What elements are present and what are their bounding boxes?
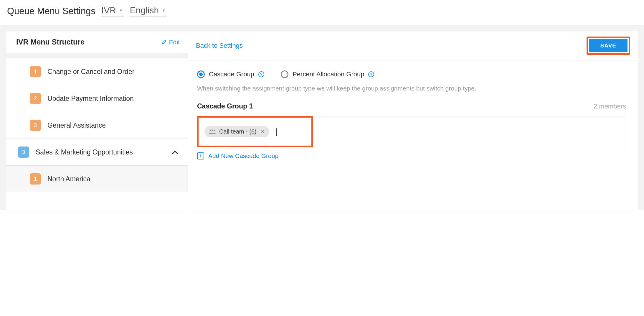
- num-badge: 2: [30, 93, 41, 104]
- menu-list: 1 Change or Cancel and Order 2 Update Pa…: [6, 58, 188, 192]
- menu-item-change-order[interactable]: 1 Change or Cancel and Order: [6, 58, 188, 85]
- chip-row: Call team - (6) ✕: [197, 116, 626, 147]
- language-dropdown-value: English: [130, 5, 159, 15]
- group-head: Cascade Group 1 2 members: [197, 102, 626, 110]
- right-body: Cascade Group ? Percent Allocation Group…: [188, 60, 638, 159]
- radio-icon: [197, 70, 205, 78]
- group-type-radio-row: Cascade Group ? Percent Allocation Group…: [197, 70, 626, 78]
- text-cursor: [276, 128, 277, 136]
- member-chip: Call team - (6) ✕: [204, 126, 269, 137]
- pencil-icon: [161, 40, 167, 45]
- menu-item-payment[interactable]: 2 Update Payment Information: [6, 85, 188, 112]
- group-members: 2 members: [594, 103, 626, 110]
- menu-item-north-america[interactable]: 1 North America: [6, 166, 188, 192]
- hint-text: When switching the assignment group type…: [197, 84, 626, 93]
- menu-item-label: Sales & Marketing Opportunities: [36, 148, 166, 156]
- top-bar: Queue Menu Settings IVR ▼ English ▼: [0, 0, 644, 25]
- ivr-dropdown[interactable]: IVR ▼: [101, 5, 124, 17]
- add-label: Add New Cascade Group: [208, 152, 278, 159]
- radio-percent-allocation[interactable]: Percent Allocation Group ?: [281, 70, 374, 78]
- radio-label: Cascade Group: [209, 70, 254, 78]
- group-title: Cascade Group 1: [197, 102, 253, 110]
- right-header: Back to Settings SAVE: [188, 31, 638, 60]
- chevron-down-icon: ▼: [119, 8, 123, 13]
- menu-item-label: Update Payment Information: [47, 95, 180, 103]
- menu-item-label: Change or Cancel and Order: [47, 68, 180, 76]
- num-badge: 1: [30, 173, 41, 185]
- page-title: Queue Menu Settings: [7, 6, 95, 17]
- help-icon[interactable]: ?: [368, 71, 374, 77]
- people-icon: [209, 129, 216, 135]
- chevron-up-icon: [172, 148, 180, 156]
- menu-item-label: North America: [47, 175, 180, 183]
- plus-icon: +: [197, 152, 204, 159]
- edit-label: Edit: [169, 39, 180, 46]
- back-link[interactable]: Back to Settings: [196, 42, 243, 50]
- language-dropdown[interactable]: English ▼: [129, 5, 167, 17]
- left-title: IVR Menu Structure: [16, 38, 85, 46]
- edit-button[interactable]: Edit: [161, 39, 180, 46]
- main-panel: IVR Menu Structure Edit 1 Change or Canc…: [6, 31, 638, 210]
- svg-point-2: [214, 129, 215, 131]
- content-area: IVR Menu Structure Edit 1 Change or Canc…: [0, 25, 644, 210]
- radio-cascade-group[interactable]: Cascade Group ?: [197, 70, 264, 78]
- add-cascade-group[interactable]: + Add New Cascade Group: [197, 152, 626, 159]
- chip-label: Call team - (6): [219, 128, 257, 135]
- chevron-down-icon: ▼: [162, 8, 166, 13]
- svg-point-0: [209, 129, 211, 131]
- chip-input-extend[interactable]: [313, 116, 626, 147]
- right-column: Back to Settings SAVE Cascade Group ? Pe…: [188, 31, 638, 210]
- save-button[interactable]: SAVE: [589, 39, 628, 52]
- left-column: IVR Menu Structure Edit 1 Change or Canc…: [6, 31, 188, 210]
- left-header: IVR Menu Structure Edit: [6, 31, 188, 53]
- menu-gap: [6, 53, 188, 58]
- radio-icon: [281, 70, 288, 78]
- chip-input-highlight[interactable]: Call team - (6) ✕: [197, 116, 313, 147]
- num-badge: 3: [30, 120, 41, 131]
- num-badge: 3: [18, 147, 29, 158]
- close-icon[interactable]: ✕: [260, 129, 265, 134]
- save-highlight: SAVE: [587, 37, 630, 55]
- num-badge: 1: [30, 66, 41, 77]
- ivr-dropdown-value: IVR: [101, 5, 116, 15]
- help-icon[interactable]: ?: [258, 71, 264, 77]
- menu-item-sales-marketing[interactable]: 3 Sales & Marketing Opportunities: [6, 139, 188, 166]
- menu-item-label: General Assistance: [47, 121, 180, 129]
- radio-label: Percent Allocation Group: [293, 70, 364, 78]
- menu-item-general[interactable]: 3 General Assistance: [6, 112, 188, 139]
- svg-point-1: [212, 129, 213, 131]
